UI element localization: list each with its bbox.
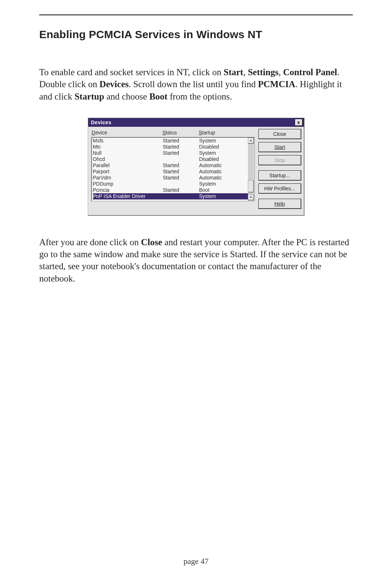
cell-device: Parport <box>93 169 163 174</box>
cell-startup: System <box>199 193 248 199</box>
scroll-track[interactable] <box>248 144 254 194</box>
kw-close: Close <box>141 237 162 247</box>
device-listbox[interactable]: MsfsStartedSystemMtcStartedDisabledNullS… <box>91 137 255 201</box>
list-item[interactable]: NullStartedSystem <box>93 150 248 156</box>
header-device: Device <box>92 130 163 136</box>
cell-device: Mtc <box>93 144 163 150</box>
scrollbar[interactable] <box>248 138 254 201</box>
header-status: Status <box>163 130 199 136</box>
startup-button[interactable]: Startup... <box>258 170 301 181</box>
devices-dialog: Devices x Device Status Startup MsfsStar… <box>88 118 305 216</box>
cell-status: Started <box>163 150 199 156</box>
cell-status: Started <box>163 162 199 168</box>
close-button[interactable]: Close <box>258 129 301 139</box>
text: , <box>278 67 283 77</box>
intro-paragraph: To enable card and socket services in NT… <box>39 66 353 102</box>
scroll-down-button[interactable] <box>248 194 254 201</box>
cell-status: Started <box>163 187 199 193</box>
cell-startup: Disabled <box>199 156 248 162</box>
btn-label: HW Profiles... <box>264 186 295 191</box>
cell-startup: Automatic <box>199 169 248 174</box>
close-x-glyph: x <box>297 120 300 125</box>
cell-startup: Automatic <box>199 175 248 181</box>
btn-label: Stop <box>274 157 285 163</box>
text: After you are done click on <box>39 237 141 247</box>
btn-label: Start <box>274 144 285 150</box>
cell-device: Msfs <box>93 138 163 144</box>
cell-startup: Automatic <box>199 162 248 168</box>
kw-devices: Devices <box>99 79 129 89</box>
top-rule <box>39 15 353 15</box>
kw-startup: Startup <box>74 92 104 101</box>
start-button[interactable]: Start <box>258 142 301 152</box>
cell-device: PDDump <box>93 181 163 187</box>
cell-status: Started <box>163 138 199 144</box>
cell-status: Started <box>163 169 199 174</box>
list-item[interactable]: MtcStartedDisabled <box>93 144 248 150</box>
cell-device: Null <box>93 150 163 156</box>
list-item[interactable]: ParVdmStartedAutomatic <box>93 175 248 181</box>
dialog-titlebar[interactable]: Devices x <box>88 118 304 127</box>
hw-profiles-button[interactable]: HW Profiles... <box>258 183 301 194</box>
btn-label: Help <box>274 201 285 207</box>
dialog-title: Devices <box>91 120 295 125</box>
followup-paragraph: After you are done click on Close and re… <box>39 236 353 284</box>
cell-device: Pcmcia <box>93 187 163 193</box>
kw-boot: Boot <box>149 92 167 101</box>
list-item[interactable]: ParallelStartedAutomatic <box>93 162 248 169</box>
text: from the options. <box>167 92 232 101</box>
list-item[interactable]: PcmciaStartedBoot <box>93 187 248 193</box>
cell-startup: Boot <box>199 187 248 193</box>
text: , <box>243 67 248 77</box>
cell-startup: System <box>199 181 248 187</box>
kw-control-panel: Control Panel <box>283 67 337 77</box>
list-item[interactable]: OhcdDisabled <box>93 156 248 162</box>
chevron-up-icon <box>249 139 252 142</box>
cell-device: ParVdm <box>93 175 163 181</box>
kw-settings: Settings <box>248 67 279 77</box>
list-item[interactable]: MsfsStartedSystem <box>93 138 248 144</box>
kw-pcmcia: PCMCIA <box>258 79 295 89</box>
list-item[interactable]: ParportStartedAutomatic <box>93 169 248 175</box>
cell-startup: Disabled <box>199 144 248 150</box>
list-item[interactable]: PDDumpSystem <box>93 181 248 187</box>
header-startup: Startup <box>199 130 254 136</box>
chevron-down-icon <box>249 196 252 199</box>
close-icon[interactable]: x <box>295 119 303 126</box>
btn-label: Startup... <box>269 173 290 178</box>
text: . Scroll down the list until you find <box>128 79 258 89</box>
scroll-thumb[interactable] <box>248 180 254 193</box>
cell-device: Ohcd <box>93 156 163 162</box>
cell-status: Started <box>163 144 199 150</box>
btn-label: Close <box>273 131 286 137</box>
help-button[interactable]: Help <box>258 199 301 209</box>
cell-status: Started <box>163 175 199 181</box>
cell-device: PnP ISA Enabler Driver <box>93 193 163 199</box>
kw-start: Start <box>224 67 243 77</box>
cell-startup: System <box>199 138 248 144</box>
cell-startup: System <box>199 150 248 156</box>
stop-button[interactable]: Stop <box>258 155 301 165</box>
list-item[interactable]: PnP ISA Enabler DriverSystem <box>93 193 248 199</box>
text: To enable card and socket services in NT… <box>39 67 224 77</box>
list-headers: Device Status Startup <box>91 129 255 137</box>
page-title: Enabling PCMCIA Services in Windows NT <box>39 28 353 41</box>
cell-device: Parallel <box>93 162 163 168</box>
page-footer: page 47 <box>0 557 392 566</box>
scroll-up-button[interactable] <box>248 138 254 144</box>
text: and choose <box>104 92 149 101</box>
